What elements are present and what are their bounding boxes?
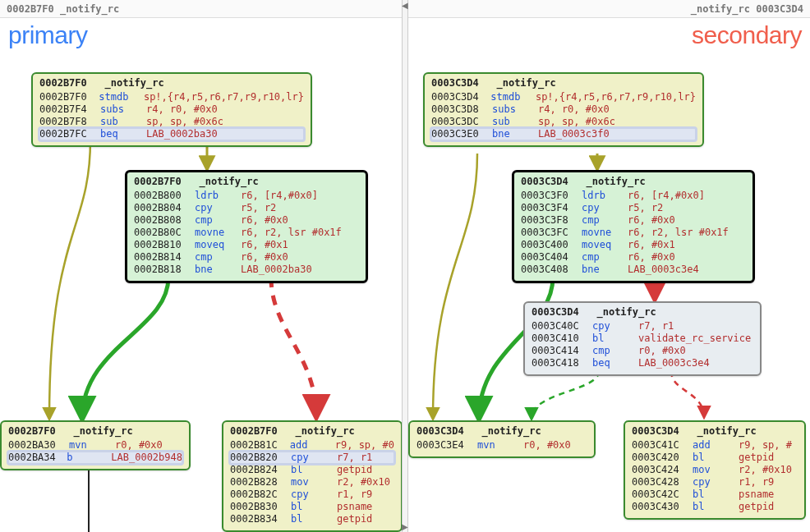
mnemonic: bne	[582, 264, 628, 276]
operands: r6, r2, lsr #0x1f	[241, 227, 342, 239]
addr: 0002B808	[134, 214, 195, 227]
operands: getpid	[337, 513, 372, 525]
instruction-row[interactable]: 0003C430blgetpid	[632, 501, 798, 513]
operands: r4, r0, #0x0	[538, 103, 610, 116]
instruction-row[interactable]: 0002BA34bLAB_0002b948	[8, 452, 182, 464]
secondary-block-extra[interactable]: 0003C3D4 _notify_rc 0003C40Ccpyr7, r1000…	[523, 301, 762, 376]
mnemonic: bl	[592, 332, 638, 345]
addr: 0003C420	[632, 452, 693, 464]
mnemonic: mov	[291, 476, 337, 488]
primary-pane[interactable]: 0002B7F0 _notify_rc primary	[0, 0, 402, 532]
instruction-row[interactable]: 0003C3E0bneLAB_0003c3f0	[431, 128, 696, 140]
mnemonic: moveq	[195, 239, 241, 251]
instruction-row[interactable]: 0003C3E4mvnr0, #0x0	[417, 439, 587, 452]
instruction-row[interactable]: 0002B7FCbeqLAB_0002ba30	[39, 128, 304, 140]
instruction-row[interactable]: 0003C3D4stmdbsp!,{r4,r5,r6,r7,r9,r10,lr}	[431, 91, 696, 103]
mnemonic: bl	[693, 501, 739, 513]
instruction-row[interactable]: 0002B830blpsname	[230, 501, 394, 513]
mnemonic: subs	[100, 103, 146, 116]
instruction-row[interactable]: 0003C408bneLAB_0003c3e4	[521, 264, 746, 276]
operands: LAB_0003c3e4	[628, 264, 699, 276]
instruction-row[interactable]: 0002B80Cmovner6, r2, lsr #0x1f	[134, 227, 359, 239]
primary-block-1[interactable]: 0002B7F0 _notify_rc 0002B7F0stmdbsp!,{r4…	[31, 72, 312, 147]
operands: r2, #0x10	[337, 476, 390, 488]
primary-block-3[interactable]: 0002B7F0 _notify_rc 0002BA30mvnr0, #0x00…	[0, 420, 191, 470]
addr: 0002BA30	[8, 439, 69, 452]
addr: 0002B800	[134, 190, 195, 202]
addr: 0003C3D8	[431, 103, 492, 116]
addr: 0002B828	[230, 476, 291, 488]
operands: getpid	[739, 501, 774, 513]
instruction-row[interactable]: 0003C404cmpr6, #0x0	[521, 251, 746, 264]
instruction-row[interactable]: 0003C41Caddr9, sp, #	[632, 439, 798, 452]
addr: 0003C404	[521, 251, 582, 264]
addr: 0002B830	[230, 501, 291, 513]
secondary-canvas[interactable]: 0003C3D4 _notify_rc 0003C3D4stmdbsp!,{r4…	[408, 18, 810, 532]
instruction-row[interactable]: 0002B834blgetpid	[230, 513, 394, 525]
instruction-row[interactable]: 0002B810moveqr6, #0x1	[134, 239, 359, 251]
instruction-row[interactable]: 0002B824blgetpid	[230, 464, 394, 476]
instruction-row[interactable]: 0002BA30mvnr0, #0x0	[8, 439, 182, 452]
primary-block-2[interactable]: 0002B7F0 _notify_rc 0002B800ldrbr6, [r4,…	[125, 170, 368, 283]
block-header: 0002B7F0 _notify_rc	[223, 422, 401, 439]
secondary-block-1[interactable]: 0003C3D4 _notify_rc 0003C3D4stmdbsp!,{r4…	[423, 72, 704, 147]
instruction-row[interactable]: 0003C420blgetpid	[632, 452, 798, 464]
addr: 0002B7FC	[39, 128, 100, 140]
instruction-row[interactable]: 0003C424movr2, #0x10	[632, 464, 798, 476]
operands: psname	[337, 501, 372, 513]
addr: 0002B7F0	[39, 91, 99, 103]
diff-view: 0002B7F0 _notify_rc primary	[0, 0, 810, 532]
operands: r0, #0x0	[523, 439, 571, 452]
instruction-row[interactable]: 0002B7F8subsp, sp, #0x6c	[39, 116, 304, 128]
mnemonic: sub	[100, 116, 146, 128]
instruction-row[interactable]: 0002B7F0stmdbsp!,{r4,r5,r6,r7,r9,r10,lr}	[39, 91, 304, 103]
instruction-row[interactable]: 0003C428cpyr1, r9	[632, 476, 798, 488]
primary-header-text: 0002B7F0 _notify_rc	[7, 4, 119, 14]
instruction-row[interactable]: 0003C3F0ldrbr6, [r4,#0x0]	[521, 190, 746, 202]
instruction-row[interactable]: 0002B814cmpr6, #0x0	[134, 251, 359, 264]
operands: r4, r0, #0x0	[146, 103, 218, 116]
secondary-block-3[interactable]: 0003C3D4 _notify_rc 0003C3E4mvnr0, #0x0	[408, 420, 596, 458]
pane-divider[interactable]: ◀ ▶	[402, 0, 408, 532]
mnemonic: movne	[582, 227, 628, 239]
instruction-row[interactable]: 0002B7F4subsr4, r0, #0x0	[39, 103, 304, 116]
instruction-row[interactable]: 0003C40Ccpyr7, r1	[532, 320, 753, 332]
instruction-row[interactable]: 0003C418beqLAB_0003c3e4	[532, 357, 753, 369]
instruction-row[interactable]: 0002B808cmpr6, #0x0	[134, 214, 359, 227]
addr: 0003C418	[532, 357, 592, 369]
mnemonic: b	[67, 452, 111, 464]
instruction-row[interactable]: 0003C400moveqr6, #0x1	[521, 239, 746, 251]
mnemonic: mov	[693, 464, 739, 476]
instruction-row[interactable]: 0003C3FCmovner6, r2, lsr #0x1f	[521, 227, 746, 239]
mnemonic: bl	[291, 464, 337, 476]
instruction-row[interactable]: 0003C3DCsubsp, sp, #0x6c	[431, 116, 696, 128]
instruction-row[interactable]: 0002B804cpyr5, r2	[134, 202, 359, 214]
addr: 0003C41C	[632, 439, 693, 452]
operands: sp!,{r4,r5,r6,r7,r9,r10,lr}	[536, 91, 696, 103]
primary-block-4[interactable]: 0002B7F0 _notify_rc 0002B81Caddr9, sp, #…	[222, 420, 402, 532]
operands: r6, #0x0	[241, 214, 288, 227]
instruction-row[interactable]: 0002B828movr2, #0x10	[230, 476, 394, 488]
instruction-row[interactable]: 0002B820cpyr7, r1	[230, 452, 394, 464]
mnemonic: add	[693, 439, 739, 452]
instruction-row[interactable]: 0002B818bneLAB_0002ba30	[134, 264, 359, 276]
instruction-row[interactable]: 0003C3F8cmpr6, #0x0	[521, 214, 746, 227]
operands: r6, #0x1	[628, 239, 675, 251]
primary-canvas[interactable]: 0002B7F0 _notify_rc 0002B7F0stmdbsp!,{r4…	[0, 18, 402, 532]
instruction-row[interactable]: 0002B81Caddr9, sp, #0	[230, 439, 394, 452]
instruction-row[interactable]: 0003C414cmpr0, #0x0	[532, 345, 753, 357]
operands: r6, [r4,#0x0]	[628, 190, 705, 202]
secondary-pane[interactable]: _notify_rc 0003C3D4 secondary 0003C3D4	[408, 0, 810, 532]
instruction-row[interactable]: 0003C3D8subsr4, r0, #0x0	[431, 103, 696, 116]
mnemonic: cmp	[195, 251, 241, 264]
addr: 0002B80C	[134, 227, 195, 239]
addr: 0002B834	[230, 513, 291, 525]
instruction-row[interactable]: 0002B82Ccpyr1, r9	[230, 488, 394, 501]
instruction-row[interactable]: 0002B800ldrbr6, [r4,#0x0]	[134, 190, 359, 202]
secondary-block-2[interactable]: 0003C3D4 _notify_rc 0003C3F0ldrbr6, [r4,…	[512, 170, 755, 283]
secondary-block-4[interactable]: 0003C3D4 _notify_rc 0003C41Caddr9, sp, #…	[624, 420, 806, 520]
instruction-row[interactable]: 0003C42Cblpsname	[632, 488, 798, 501]
instruction-row[interactable]: 0003C410blvalidate_rc_service	[532, 332, 753, 345]
instruction-row[interactable]: 0003C3F4cpyr5, r2	[521, 202, 746, 214]
mnemonic: bne	[492, 128, 538, 140]
